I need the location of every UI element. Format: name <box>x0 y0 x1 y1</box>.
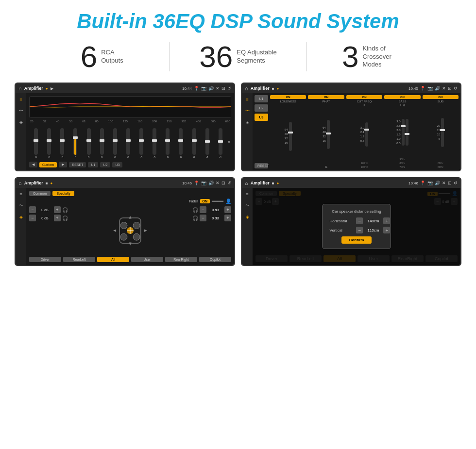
eq-main: 25 32 40 50 63 80 100 125 160 200 250 32… <box>26 93 234 170</box>
phat-on[interactable]: ON <box>308 95 344 99</box>
speaker-icon-fader[interactable]: ◈ <box>19 215 23 219</box>
fader-slider-bar[interactable]: ━━━━ <box>212 199 223 204</box>
cutfreq-freq-labels: 120Hz 100Hz <box>361 162 368 168</box>
home-icon-crossover[interactable]: ⌂ <box>245 85 248 91</box>
u3-btn-eq[interactable]: U3 <box>112 162 122 167</box>
all-btn[interactable]: All <box>97 257 129 262</box>
cutfreq-slider[interactable] <box>365 122 368 147</box>
wave-icon[interactable]: 〜 <box>19 108 23 114</box>
bass-slider1[interactable] <box>402 119 405 146</box>
rearright-btn[interactable]: RearRight <box>165 257 197 262</box>
vol-plus-fl[interactable]: + <box>54 206 61 213</box>
u1-btn-eq[interactable]: U1 <box>88 162 98 167</box>
vol-minus-rl[interactable]: − <box>29 215 36 221</box>
vol-minus-fl[interactable]: − <box>29 206 36 213</box>
fader-toggle[interactable]: ON <box>200 199 210 203</box>
vol-minus-fr[interactable]: − <box>200 206 206 213</box>
horizontal-plus[interactable]: + <box>383 217 390 224</box>
screen-distance: ⌂ Amplifier ■ ● 10:46 📍 📷 🔊 ✕ ⊡ ↺ <box>241 177 461 266</box>
user-btn[interactable]: User <box>131 257 163 262</box>
vol-plus-rl[interactable]: + <box>54 215 61 221</box>
slider-col-5: 0 <box>83 128 95 159</box>
phat-slider[interactable] <box>327 120 330 149</box>
camera-icon-fader: 📷 <box>201 181 206 185</box>
stat-eq-number: 36 <box>199 42 233 72</box>
eq-graph <box>29 96 231 118</box>
horizontal-minus[interactable]: − <box>356 217 363 224</box>
confirm-button[interactable]: Confirm <box>341 236 372 244</box>
location-icon-crossover: 📍 <box>420 86 425 91</box>
more-icon[interactable]: » <box>228 139 230 144</box>
back-icon-crossover[interactable]: ↺ <box>454 86 458 91</box>
bass-freq-labels: 90Hz 80Hz 70Hz <box>400 158 406 168</box>
driver-btn[interactable]: Driver <box>29 257 61 262</box>
home-icon-eq[interactable]: ⌂ <box>18 85 22 91</box>
close-icon-distance[interactable]: ✕ <box>442 181 446 185</box>
slider-col-10: 0 <box>149 128 160 159</box>
volume-icon-distance: 🔊 <box>435 181 440 185</box>
slider-col-14: -1 <box>202 128 213 159</box>
eq-icon-crossover[interactable]: ≡ <box>246 97 248 102</box>
back-icon-distance[interactable]: ↺ <box>454 181 458 185</box>
sub-on[interactable]: ON <box>423 95 459 99</box>
sub-slider[interactable] <box>441 118 444 147</box>
vertical-plus[interactable]: + <box>383 227 390 233</box>
reset-btn-eq[interactable]: RESET <box>69 162 86 167</box>
wave-icon-crossover[interactable]: 〜 <box>245 108 250 114</box>
speaker-icon-distance[interactable]: ◈ <box>246 215 249 219</box>
slider-col-7: 0 <box>109 128 121 159</box>
home-icon-distance[interactable]: ⌂ <box>245 180 248 186</box>
close-icon-fader[interactable]: ✕ <box>216 181 220 185</box>
close-icon-crossover[interactable]: ✕ <box>442 86 446 91</box>
slider-col-2: 0 <box>43 128 55 159</box>
cutfreq-on[interactable]: ON <box>346 95 382 99</box>
vol-minus-rr[interactable]: − <box>200 215 206 221</box>
eq-icon-distance[interactable]: ≡ <box>246 192 248 197</box>
u1-btn-crossover[interactable]: U1 <box>255 95 268 102</box>
back-icon-fader[interactable]: ↺ <box>227 181 231 185</box>
speaker-icon[interactable]: ◈ <box>19 120 23 125</box>
screen-eq: ⌂ Amplifier ● ▶ 10:44 📍 📷 🔊 ✕ ⊡ ↺ <box>15 83 235 171</box>
home-icon-fader[interactable]: ⌂ <box>18 180 22 186</box>
eq-icon[interactable]: ≡ <box>19 97 22 102</box>
loudness-vals: 64 48 32 16 <box>285 128 288 144</box>
modal-vertical-row: Vertical − 110cm + <box>329 227 383 233</box>
time-crossover: 10:45 <box>408 86 418 91</box>
bass-on[interactable]: ON <box>384 95 420 99</box>
window-icon-fader: ⊡ <box>221 181 225 185</box>
u2-btn-crossover[interactable]: U2 <box>255 104 268 112</box>
vol-plus-fr[interactable]: + <box>224 206 231 213</box>
speaker-icon-crossover[interactable]: ◈ <box>246 120 249 125</box>
prev-btn[interactable]: ◀ <box>29 162 37 167</box>
specialty-tab-fader[interactable]: Specialty <box>52 191 74 196</box>
svg-point-4 <box>133 222 140 229</box>
vol-plus-rr[interactable]: + <box>224 215 231 221</box>
fader-main: Common Specialty Fader ON ━━━━ 👤 <box>26 188 234 265</box>
u3-btn-crossover[interactable]: U3 <box>255 114 268 121</box>
bass-slider2[interactable] <box>406 119 408 146</box>
common-tab-fader[interactable]: Common <box>29 191 51 196</box>
wave-icon-fader[interactable]: 〜 <box>19 202 23 209</box>
u2-btn-eq[interactable]: U2 <box>100 162 110 167</box>
slider-col-3: 0 <box>56 128 68 159</box>
next-btn[interactable]: ▶ <box>59 162 67 167</box>
reset-btn-crossover[interactable]: RESET <box>255 163 268 168</box>
speaker-fl-icon: 🎧 <box>62 207 68 213</box>
back-icon-eq[interactable]: ↺ <box>227 86 231 91</box>
left-sidebar-fader: ≡ 〜 ◈ <box>16 188 26 265</box>
loudness-on[interactable]: ON <box>270 95 306 99</box>
close-icon-eq[interactable]: ✕ <box>216 86 220 91</box>
rearleft-btn[interactable]: RearLeft <box>63 257 95 262</box>
topbar-distance: ⌂ Amplifier ■ ● 10:46 📍 📷 🔊 ✕ ⊡ ↺ <box>242 178 460 188</box>
loudness-slider[interactable] <box>289 122 292 151</box>
vertical-minus[interactable]: − <box>356 227 363 233</box>
copilot-btn[interactable]: Copilot <box>199 257 231 262</box>
custom-btn[interactable]: Custom <box>39 162 57 167</box>
modal-horizontal-row: Horizontal − 140cm + <box>329 217 383 224</box>
wave-icon-distance[interactable]: 〜 <box>245 202 250 209</box>
topbar-icons-distance: 10:46 📍 📷 🔊 ✕ ⊡ ↺ <box>408 181 458 185</box>
eq-icon-fader[interactable]: ≡ <box>19 192 22 197</box>
bass-vals: 3.0 2.5 2.0 1.5 1.0 0.5 <box>396 120 400 145</box>
time-fader: 10:46 <box>182 181 192 185</box>
volume-icon-fader: 🔊 <box>208 181 214 185</box>
